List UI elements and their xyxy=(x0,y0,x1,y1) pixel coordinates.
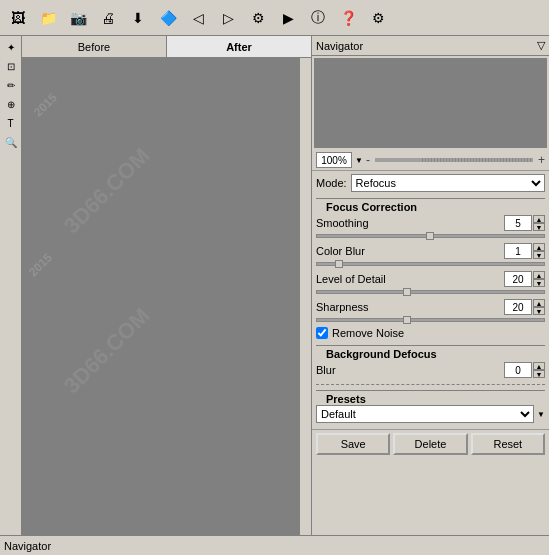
zoom-slider[interactable] xyxy=(375,158,533,162)
mode-select[interactable]: Refocus xyxy=(351,174,545,192)
left-toolbar: ✦ ⊡ ✏ ⊕ T 🔍 xyxy=(0,36,22,535)
blur-input[interactable] xyxy=(504,362,532,378)
blur-row: Blur ▲ ▼ xyxy=(316,362,545,378)
presets-header: Presets xyxy=(316,390,545,405)
presets-dropdown-icon[interactable]: ▼ xyxy=(537,410,545,419)
reset-button[interactable]: Reset xyxy=(471,433,545,455)
forward-icon[interactable]: ▷ xyxy=(214,4,242,32)
smoothing-slider[interactable] xyxy=(316,234,545,238)
sharpness-down[interactable]: ▼ xyxy=(533,307,545,315)
sharpness-slider-row xyxy=(316,318,545,322)
level-of-detail-thumb[interactable] xyxy=(403,288,411,296)
config-icon[interactable]: ⚙ xyxy=(364,4,392,32)
smoothing-spinner: ▲ ▼ xyxy=(533,215,545,231)
save-button[interactable]: Save xyxy=(316,433,390,455)
folder-icon[interactable]: 📁 xyxy=(34,4,62,32)
select-tool-icon[interactable]: ✦ xyxy=(2,38,20,56)
zoom-minus-icon[interactable]: - xyxy=(366,153,370,167)
watermark-4: 3D66.COM xyxy=(59,303,155,399)
smoothing-label: Smoothing xyxy=(316,217,504,229)
watermark-2: 3D66.COM xyxy=(59,143,155,239)
color-blur-slider[interactable] xyxy=(316,262,545,266)
sharpness-slider[interactable] xyxy=(316,318,545,322)
preview-area: Before After 2015 3D66.COM 2015 3D66.COM xyxy=(22,36,312,535)
status-bar: Navigator xyxy=(0,535,549,555)
canvas-area[interactable]: 2015 3D66.COM 2015 3D66.COM xyxy=(22,58,299,535)
controls: Mode: Refocus Focus Correction Smoothing… xyxy=(312,171,549,429)
remove-noise-checkbox[interactable] xyxy=(316,327,328,339)
level-of-detail-down[interactable]: ▼ xyxy=(533,279,545,287)
before-after-tabs: Before After xyxy=(22,36,311,58)
toolbar: 🖼 📁 📷 🖨 ⬇ 🔷 ◁ ▷ ⚙ ▶ ⓘ ❓ ⚙ xyxy=(0,0,549,36)
smoothing-row: Smoothing ▲ ▼ xyxy=(316,215,545,231)
text-tool-icon[interactable]: T xyxy=(2,114,20,132)
level-of-detail-label: Level of Detail xyxy=(316,273,504,285)
status-text: Navigator xyxy=(4,540,51,552)
delete-button[interactable]: Delete xyxy=(393,433,467,455)
back-icon[interactable]: ◁ xyxy=(184,4,212,32)
level-of-detail-input[interactable] xyxy=(504,271,532,287)
color-blur-label: Color Blur xyxy=(316,245,504,257)
level-of-detail-spinner: ▲ ▼ xyxy=(533,271,545,287)
sharpness-row: Sharpness ▲ ▼ xyxy=(316,299,545,315)
zoom-dropdown-icon[interactable]: ▼ xyxy=(355,156,363,165)
zoom-plus-icon[interactable]: + xyxy=(538,153,545,167)
blur-down[interactable]: ▼ xyxy=(533,370,545,378)
presets-section: Presets Default ▼ xyxy=(316,384,545,426)
zoom-slider-track xyxy=(422,158,533,162)
level-of-detail-slider[interactable] xyxy=(316,290,545,294)
level-of-detail-row: Level of Detail ▲ ▼ xyxy=(316,271,545,287)
color-blur-up[interactable]: ▲ xyxy=(533,243,545,251)
smoothing-input[interactable] xyxy=(504,215,532,231)
navigator-preview[interactable] xyxy=(314,58,547,148)
background-defocus-header: Background Defocus xyxy=(316,345,545,360)
canvas-wrapper: 2015 3D66.COM 2015 3D66.COM xyxy=(22,58,311,535)
brush-tool-icon[interactable]: ✏ xyxy=(2,76,20,94)
smoothing-thumb[interactable] xyxy=(426,232,434,240)
download-icon[interactable]: ⬇ xyxy=(124,4,152,32)
photo-icon[interactable]: 🖼 xyxy=(4,4,32,32)
tab-after[interactable]: After xyxy=(167,36,311,57)
zoom-tool-icon[interactable]: 🔍 xyxy=(2,133,20,151)
camera-icon[interactable]: 📷 xyxy=(64,4,92,32)
smoothing-up[interactable]: ▲ xyxy=(533,215,545,223)
color-blur-down[interactable]: ▼ xyxy=(533,251,545,259)
smoothing-slider-row xyxy=(316,234,545,238)
color-blur-input[interactable] xyxy=(504,243,532,259)
navigator-header: Navigator ▽ xyxy=(312,36,549,56)
clone-tool-icon[interactable]: ⊕ xyxy=(2,95,20,113)
filter-icon[interactable]: 🔷 xyxy=(154,4,182,32)
info-icon[interactable]: ⓘ xyxy=(304,4,332,32)
settings-gear-icon[interactable]: ⚙ xyxy=(244,4,272,32)
tab-before[interactable]: Before xyxy=(22,36,167,57)
bottom-buttons: Save Delete Reset xyxy=(312,429,549,458)
presets-select[interactable]: Default xyxy=(316,405,534,423)
smoothing-down[interactable]: ▼ xyxy=(533,223,545,231)
zoom-bar: ▼ - + xyxy=(312,150,549,171)
zoom-input[interactable] xyxy=(316,152,352,168)
print-icon[interactable]: 🖨 xyxy=(94,4,122,32)
focus-correction-header: Focus Correction xyxy=(316,198,545,213)
navigator-collapse-icon[interactable]: ▽ xyxy=(537,39,545,52)
mode-row: Mode: Refocus xyxy=(316,174,545,192)
main-area: ✦ ⊡ ✏ ⊕ T 🔍 Before After 2015 3D66.COM 2… xyxy=(0,36,549,535)
right-panel: Navigator ▽ ▼ - + Mode: Refocus xyxy=(312,36,549,535)
level-of-detail-up[interactable]: ▲ xyxy=(533,271,545,279)
help-icon[interactable]: ❓ xyxy=(334,4,362,32)
play-icon[interactable]: ▶ xyxy=(274,4,302,32)
remove-noise-label: Remove Noise xyxy=(332,327,404,339)
remove-noise-row: Remove Noise xyxy=(316,327,545,339)
color-blur-row: Color Blur ▲ ▼ xyxy=(316,243,545,259)
sharpness-thumb[interactable] xyxy=(403,316,411,324)
vertical-scrollbar[interactable] xyxy=(299,58,311,535)
crop-tool-icon[interactable]: ⊡ xyxy=(2,57,20,75)
sharpness-input[interactable] xyxy=(504,299,532,315)
blur-up[interactable]: ▲ xyxy=(533,362,545,370)
color-blur-thumb[interactable] xyxy=(335,260,343,268)
color-blur-spinner: ▲ ▼ xyxy=(533,243,545,259)
level-of-detail-slider-row xyxy=(316,290,545,294)
presets-row: Default ▼ xyxy=(316,405,545,423)
navigator-title: Navigator xyxy=(316,40,363,52)
sharpness-up[interactable]: ▲ xyxy=(533,299,545,307)
color-blur-slider-row xyxy=(316,262,545,266)
